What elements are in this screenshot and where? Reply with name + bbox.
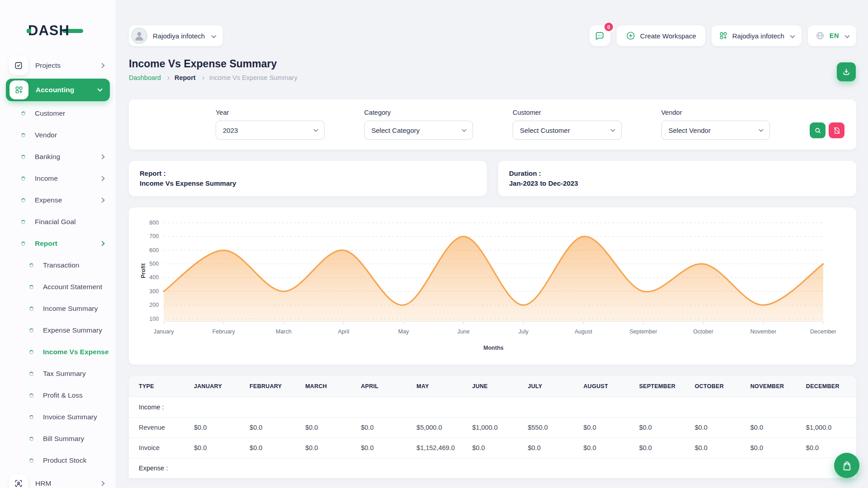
filter-field-customer: CustomerSelect Customer (513, 109, 622, 140)
dot-icon (21, 133, 26, 138)
sidebar-item-expense-summary[interactable]: Expense Summary (0, 319, 116, 341)
cell-value: $5,000.0 (411, 418, 467, 438)
cell-value: $0.0 (467, 438, 522, 458)
sidebar-item-label: Customer (35, 109, 65, 117)
duration-summary-card: Duration : Jan-2023 to Dec-2023 (498, 161, 856, 196)
download-report-button[interactable] (837, 62, 856, 81)
workspace-selector[interactable]: Rajodiya infotech (712, 25, 802, 46)
svg-text:600: 600 (149, 247, 159, 253)
sidebar-item-income-summary[interactable]: Income Summary (0, 298, 116, 319)
chevron-down-icon (97, 86, 102, 91)
svg-text:July: July (519, 328, 529, 334)
sidebar-item-report[interactable]: Report (0, 233, 116, 254)
svg-text:February: February (212, 328, 236, 334)
create-workspace-label: Create Workspace (640, 32, 696, 40)
sidebar-item-account-statement[interactable]: Account Statement (0, 276, 116, 298)
filter-label: Customer (513, 109, 622, 116)
row-type: Revenue (129, 418, 189, 438)
sidebar-item-bill-summary[interactable]: Bill Summary (0, 428, 116, 450)
filter-form: Year2023CategorySelect CategoryCustomerS… (141, 109, 844, 140)
chevron-right-icon (99, 63, 104, 68)
dot-icon (29, 393, 34, 398)
sidebar-item-expense[interactable]: Expense (0, 189, 116, 211)
chevron-down-icon (610, 127, 615, 132)
sidebar-item-income-vs-expense[interactable]: Income Vs Expense (0, 341, 116, 363)
year-select[interactable]: 2023 (216, 121, 325, 140)
dot-icon (29, 306, 34, 311)
messages-button[interactable]: 0 (590, 25, 610, 46)
breadcrumb-report[interactable]: Report (175, 74, 196, 81)
svg-text:500: 500 (149, 261, 159, 267)
language-selector[interactable]: EN (808, 25, 856, 46)
row-type: Invoice (129, 438, 189, 458)
sidebar-item-label: Transaction (43, 261, 79, 269)
column-header-december: DECEMBER (801, 376, 856, 397)
sidebar-item-tax-summary[interactable]: Tax Summary (0, 363, 116, 385)
sidebar-item-vendor[interactable]: Vendor (0, 124, 116, 146)
sidebar-item-banking[interactable]: Banking (0, 146, 116, 168)
cell-value: $1,152,469.0 (411, 438, 467, 458)
workspace-grid-icon (719, 31, 728, 40)
sidebar-item-product-stock[interactable]: Product Stock (0, 450, 116, 471)
cell-value: $0.0 (634, 418, 689, 438)
breadcrumb: Dashboard Report Income Vs Expense Summa… (129, 74, 856, 81)
sidebar-item-customer[interactable]: Customer (0, 103, 116, 124)
dot-icon (21, 176, 26, 181)
company-selector[interactable]: Rajodiya infotech (129, 25, 223, 46)
cell-value: $0.0 (578, 418, 634, 438)
cell-value: $1,000.0 (801, 418, 856, 438)
main-content: Rajodiya infotech 0 Create Workspace Raj… (116, 25, 868, 478)
profit-area-chart: 100200300400500600700800JanuaryFebruaryM… (129, 207, 856, 365)
company-name: Rajodiya infotech (153, 32, 205, 40)
sidebar-item-invoice-summary[interactable]: Invoice Summary (0, 406, 116, 428)
topbar-actions: 0 Create Workspace Rajodiya infotech EN (590, 25, 856, 46)
select-value: Select Vendor (669, 127, 711, 134)
svg-text:Months: Months (483, 344, 504, 351)
avatar (131, 28, 147, 44)
filter-field-vendor: VendorSelect Vendor (661, 109, 770, 140)
reset-button[interactable] (829, 122, 844, 138)
sidebar-item-label: Product Stock (43, 456, 87, 465)
filter-label: Year (216, 109, 325, 116)
chevron-right-icon (99, 241, 104, 246)
dot-icon (29, 458, 34, 463)
app-logo: DASH (28, 23, 70, 39)
topbar: Rajodiya infotech 0 Create Workspace Raj… (129, 25, 856, 46)
cell-value: $0.0 (689, 418, 745, 438)
sidebar-item-label: Expense (35, 196, 62, 204)
messages-badge: 0 (604, 22, 614, 32)
sidebar-item-hrm[interactable]: HRM (0, 471, 116, 488)
chevron-down-icon (790, 33, 795, 38)
svg-text:March: March (276, 328, 292, 334)
chevron-right-icon (99, 197, 104, 202)
dot-icon (29, 263, 34, 268)
table-header-row: TYPEJANUARYFEBRUARYMARCHAPRILMAYJUNEJULY… (129, 376, 856, 397)
section-row-expense: Expense : (129, 458, 856, 479)
sidebar-item-accounting[interactable]: Accounting (6, 79, 110, 101)
sidebar-item-income[interactable]: Income (0, 168, 116, 189)
cell-value: $0.0 (244, 418, 300, 438)
sidebar-item-label: Finacial Goal (35, 218, 75, 226)
cell-value: $0.0 (522, 438, 578, 458)
column-header-january: JANUARY (189, 376, 244, 397)
chevron-down-icon (462, 127, 467, 132)
create-workspace-button[interactable]: Create Workspace (617, 25, 705, 46)
income-expense-table: TYPEJANUARYFEBRUARYMARCHAPRILMAYJUNEJULY… (129, 376, 856, 478)
breadcrumb-dashboard[interactable]: Dashboard (129, 74, 161, 81)
sidebar-item-projects[interactable]: Projects (0, 53, 116, 77)
sidebar-item-label: Expense Summary (43, 326, 102, 334)
sidebar-item-profit-loss[interactable]: Profit & Loss (0, 385, 116, 406)
cell-value: $0.0 (745, 418, 801, 438)
dot-icon (29, 350, 34, 355)
category-select[interactable]: Select Category (364, 121, 473, 140)
sidebar-item-transaction[interactable]: Transaction (0, 254, 116, 276)
download-icon (842, 67, 851, 76)
store-fab-button[interactable] (834, 453, 859, 478)
search-button[interactable] (810, 122, 826, 138)
customer-select[interactable]: Select Customer (513, 121, 622, 140)
cell-value: $0.0 (300, 438, 355, 458)
sidebar-item-finacial-goal[interactable]: Finacial Goal (0, 211, 116, 233)
vendor-select[interactable]: Select Vendor (661, 121, 770, 140)
workspace-name: Rajodiya infotech (732, 32, 784, 40)
svg-text:200: 200 (149, 302, 159, 308)
